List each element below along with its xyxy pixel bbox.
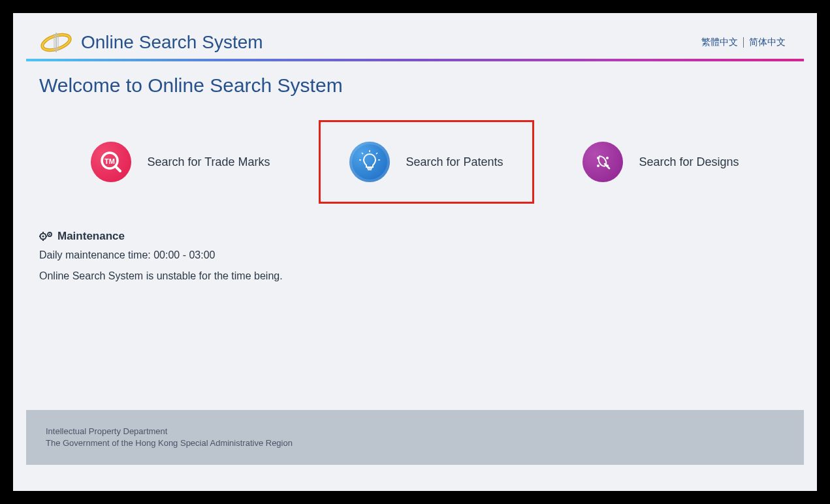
- svg-point-20: [42, 236, 44, 238]
- svg-point-26: [49, 234, 50, 235]
- search-designs-card[interactable]: Search for Designs: [554, 122, 767, 202]
- lang-traditional-link[interactable]: 繁體中文: [696, 37, 743, 48]
- maintenance-notice: Online Search System is unstable for the…: [39, 270, 791, 282]
- maintenance-schedule: Daily maintenance time: 00:00 - 03:00: [39, 249, 791, 261]
- header: Online Search System 繁體中文 简体中文: [13, 13, 817, 59]
- trademark-label: Search for Trade Marks: [147, 155, 270, 169]
- trademark-icon: TM: [91, 142, 131, 182]
- site-title: Online Search System: [81, 32, 263, 53]
- search-trademarks-card[interactable]: TM Search for Trade Marks: [62, 122, 298, 202]
- svg-line-11: [362, 153, 363, 154]
- footer: Intellectual Property Department The Gov…: [26, 410, 804, 465]
- svg-text:TM: TM: [105, 157, 116, 165]
- design-label: Search for Designs: [639, 155, 739, 169]
- svg-line-6: [116, 166, 120, 171]
- search-cards-row: TM Search for Trade Marks: [39, 120, 791, 204]
- search-patents-card[interactable]: Search for Patents: [319, 120, 534, 204]
- maintenance-header: Maintenance: [39, 230, 791, 243]
- svg-point-15: [597, 157, 599, 159]
- svg-point-16: [606, 157, 609, 159]
- svg-line-12: [376, 153, 377, 154]
- maintenance-section: Maintenance Daily maintenance time: 00:0…: [39, 230, 791, 282]
- svg-point-17: [597, 165, 599, 167]
- page-frame: Online Search System 繁體中文 简体中文 Welcome t…: [13, 13, 817, 491]
- patent-icon: [349, 142, 390, 182]
- welcome-title: Welcome to Online Search System: [39, 74, 791, 97]
- lang-simplified-link[interactable]: 简体中文: [744, 37, 791, 48]
- header-left: Online Search System: [39, 30, 263, 55]
- main-content: Welcome to Online Search System TM Searc…: [13, 61, 817, 295]
- language-switcher: 繁體中文 简体中文: [696, 37, 791, 48]
- footer-gov: The Government of the Hong Kong Special …: [46, 437, 784, 449]
- patent-label: Search for Patents: [406, 155, 503, 169]
- maintenance-title: Maintenance: [57, 230, 125, 243]
- logo-icon: [39, 30, 73, 55]
- footer-dept: Intellectual Property Department: [46, 426, 784, 437]
- design-icon: [583, 142, 623, 182]
- gears-icon: [39, 231, 52, 242]
